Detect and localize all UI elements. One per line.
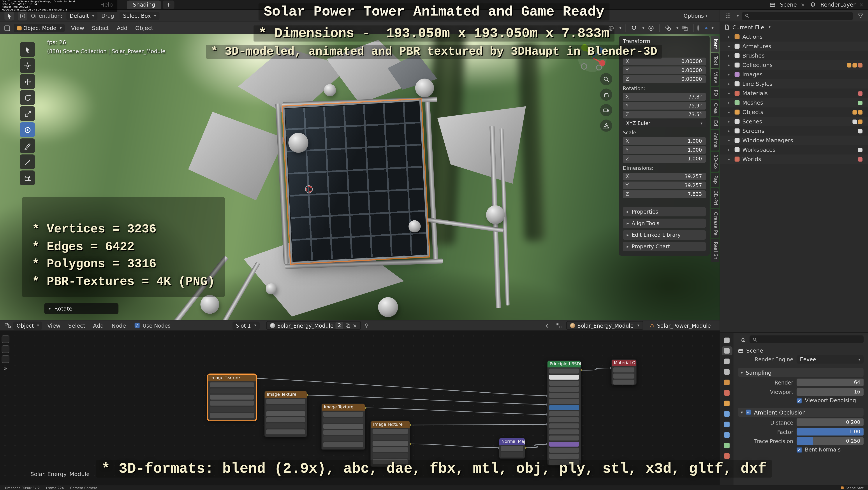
dimensions-x-field[interactable]: X39.257 xyxy=(623,173,706,180)
xray-toggle-icon[interactable] xyxy=(681,24,689,32)
material-slot-dropdown[interactable]: Slot 1▾ xyxy=(232,321,259,330)
section-checkbox[interactable]: ✓ xyxy=(746,410,751,415)
properties-editor-icon[interactable] xyxy=(738,335,747,344)
viewport-menu[interactable]: Add xyxy=(113,25,131,31)
sampling-section-header[interactable]: ▾ Sampling xyxy=(738,368,864,377)
rotation-x-field[interactable]: X77.8° xyxy=(623,93,706,101)
material-name-field[interactable]: Solar_Energy_Module 2 × xyxy=(266,321,361,330)
shader-node[interactable]: Material Output xyxy=(611,359,637,385)
node-editor-canvas[interactable]: Image TextureImage TextureImage TextureI… xyxy=(0,331,720,485)
copy-icon[interactable] xyxy=(345,323,350,328)
shader-menu[interactable]: Node xyxy=(108,322,130,328)
proportional-editing-icon[interactable] xyxy=(647,24,655,32)
add-workspace-button[interactable]: + xyxy=(163,1,175,9)
filter-icon[interactable] xyxy=(856,11,865,20)
view-layer-unlink-button[interactable]: × xyxy=(858,2,865,7)
material-users-button[interactable]: 2 xyxy=(336,322,343,329)
tool-rotate[interactable] xyxy=(20,90,35,105)
properties-tab[interactable] xyxy=(721,388,732,397)
overlays-dropdown-arrow[interactable]: ▾ xyxy=(677,26,678,30)
camera-view-icon[interactable] xyxy=(600,104,612,116)
sidebar-tab[interactable]: Crea xyxy=(711,100,719,117)
sidebar-tab[interactable]: Anima xyxy=(711,130,719,151)
outliner-row[interactable]: ▸ Objects xyxy=(720,107,868,117)
tool-annotate[interactable] xyxy=(20,138,35,153)
shader-menu[interactable]: Add xyxy=(89,322,107,328)
viewport-menu[interactable]: Select xyxy=(88,25,113,31)
viewport-menu[interactable]: Object xyxy=(131,25,157,31)
value-slider[interactable]: 1.00 xyxy=(797,428,864,435)
tool-cursor[interactable] xyxy=(20,58,35,73)
drag-dropdown[interactable]: Select Box▾ xyxy=(120,11,159,20)
display-mode-dropdown[interactable]: ▾ xyxy=(737,13,739,18)
outliner-row[interactable]: ▸ Meshes xyxy=(720,98,868,107)
properties-tab[interactable] xyxy=(721,399,732,408)
tool-select-box[interactable] xyxy=(20,42,35,57)
outliner-row[interactable]: ▸ Materials xyxy=(720,89,868,98)
properties-search[interactable] xyxy=(750,335,864,343)
pin-icon[interactable] xyxy=(362,321,371,330)
sidebar-collapsed-panel[interactable]: ▸ Property Chart xyxy=(623,242,706,251)
outliner-scope-row[interactable]: Current File ▾ xyxy=(720,22,868,32)
tool-scale[interactable] xyxy=(20,106,35,121)
tool-move[interactable] xyxy=(20,74,35,89)
node-editor-type-icon[interactable] xyxy=(3,321,12,330)
properties-search-input[interactable] xyxy=(760,336,861,342)
parent-tree-back-icon[interactable] xyxy=(543,321,552,330)
snap-dropdown-arrow[interactable]: ▾ xyxy=(642,26,644,30)
navigation-gizmo[interactable] xyxy=(577,42,608,73)
shader-node[interactable]: Image Texture xyxy=(264,391,307,437)
shader-menu[interactable]: View xyxy=(43,322,64,328)
properties-tab[interactable] xyxy=(721,410,732,418)
properties-tab[interactable] xyxy=(721,367,732,376)
location-y-field[interactable]: Y0.00000 xyxy=(623,66,706,74)
shader-menu[interactable]: Select xyxy=(64,322,89,328)
bent-normals-toggle[interactable]: ✓ Bent Normals xyxy=(797,447,864,453)
sidebar-tab[interactable]: Real Sn xyxy=(711,239,719,262)
outliner-row[interactable]: ▸ Armatures xyxy=(720,41,868,51)
shading-wireframe-button[interactable] xyxy=(698,25,699,31)
viewport-denoising-toggle[interactable]: ✓ Viewport Denoising xyxy=(797,397,864,403)
active-tool-icon[interactable] xyxy=(4,11,14,21)
dimensions-y-field[interactable]: Y39.257 xyxy=(623,182,706,189)
sidebar-tab[interactable]: Tool xyxy=(711,54,719,68)
shader-node[interactable]: Principled BSDF xyxy=(547,360,581,465)
sidebar-tab[interactable]: Pap xyxy=(711,173,719,187)
show-overlays-icon[interactable] xyxy=(664,24,673,32)
outliner-row[interactable]: ▸ Workspaces xyxy=(720,145,868,155)
outliner-editor-icon[interactable] xyxy=(723,11,732,20)
snap-magnet-icon[interactable] xyxy=(629,24,638,32)
outliner-row[interactable]: ▸ Scenes xyxy=(720,117,868,126)
outliner-row[interactable]: ▸ Images xyxy=(720,70,868,79)
value-slider[interactable]: 0.250 xyxy=(797,437,864,445)
location-z-field[interactable]: Z0.00000 xyxy=(623,75,706,83)
orientation-dropdown-arrow[interactable]: ▾ xyxy=(619,26,621,30)
rotation-y-field[interactable]: Y-75.9° xyxy=(623,102,706,109)
editor-type-icon[interactable] xyxy=(3,24,11,32)
mode-dropdown[interactable]: Object Mode▾ xyxy=(14,24,65,32)
perspective-toggle-icon[interactable] xyxy=(600,120,612,132)
properties-tab[interactable] xyxy=(721,336,732,345)
properties-tab[interactable] xyxy=(721,441,732,450)
sidebar-collapsed-panel[interactable]: ▸ Properties xyxy=(623,207,706,217)
outliner-row[interactable]: ▸ Window Managers xyxy=(720,136,868,145)
scene-selector[interactable]: Scene xyxy=(780,2,797,8)
sidebar-tab[interactable]: Grease Pe xyxy=(711,209,719,238)
tool-options-icon[interactable] xyxy=(18,11,27,21)
tool-icon[interactable] xyxy=(2,345,9,353)
outliner-search-input[interactable] xyxy=(751,13,850,19)
sidebar-collapsed-panel[interactable]: ▸ Align Tools xyxy=(623,219,706,228)
rotation-mode-dropdown[interactable]: XYZ Euler ▾ xyxy=(623,120,706,127)
unlink-icon[interactable]: × xyxy=(353,322,357,328)
shader-type-dropdown[interactable]: Object▾ xyxy=(13,321,42,330)
snapping-icon[interactable] xyxy=(555,321,563,330)
use-nodes-toggle[interactable]: ✓ Use Nodes xyxy=(134,322,170,328)
scale-z-field[interactable]: Z1.000 xyxy=(623,155,706,163)
shader-node[interactable]: Image Texture xyxy=(208,374,256,420)
scene-unlink-button[interactable]: × xyxy=(800,2,806,7)
tool-icon[interactable] xyxy=(2,355,9,363)
sidebar-tab[interactable]: Ed xyxy=(711,118,719,129)
tool-measure[interactable] xyxy=(20,155,35,169)
properties-tab[interactable] xyxy=(721,378,732,387)
ambient-occlusion-section-header[interactable]: ▾ ✓ Ambient Occlusion xyxy=(738,408,864,417)
